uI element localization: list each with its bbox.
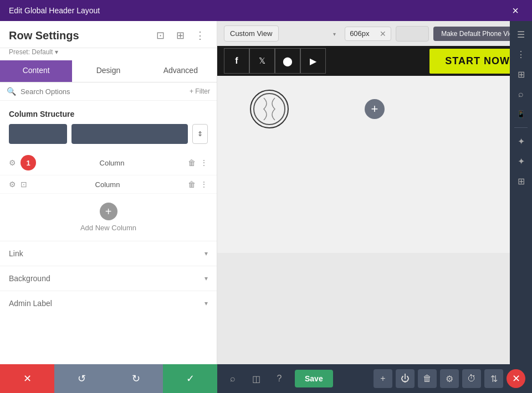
background-section-label: Background	[9, 274, 50, 283]
col-label-2: Column	[32, 180, 183, 189]
col-more-1[interactable]: ⋮	[200, 158, 208, 167]
sidebar-grid2-icon[interactable]: ⊞	[512, 172, 530, 190]
col-delete-2[interactable]: 🗑	[188, 180, 196, 189]
filter-button[interactable]: + Filter	[190, 87, 210, 95]
toolbar-add-button[interactable]: +	[374, 369, 392, 388]
tab-design[interactable]: Design	[72, 60, 144, 82]
twitter-icon[interactable]: 𝕏	[249, 48, 275, 74]
row-settings-title: Row Settings	[9, 29, 79, 42]
toolbar-history-button[interactable]: ⏱	[462, 369, 481, 388]
col-label-1: Column	[40, 159, 183, 167]
canvas-save-button[interactable]: Save	[295, 370, 333, 387]
col-copy-icon-2[interactable]: ⊡	[21, 180, 27, 189]
col-delete-1[interactable]: 🗑	[188, 158, 196, 167]
toolbar-help-icon[interactable]: ?	[270, 370, 288, 387]
left-panel: Row Settings ⊡ ⊞ ⋮ Preset: Default ▾ Con…	[0, 21, 217, 393]
background-section[interactable]: Background ▾	[0, 266, 217, 291]
px-extra-input	[396, 26, 429, 42]
modal-title: Edit Global Header Layout	[9, 6, 100, 15]
background-chevron-icon: ▾	[204, 275, 208, 282]
baseball-svg	[253, 92, 286, 126]
col-bar-1	[9, 124, 67, 144]
viewport-controls: Custom View Desktop Tablet Phone ▾ ✕ Mak…	[217, 21, 532, 46]
link-section-label: Link	[9, 249, 23, 258]
canvas-area: Custom View Desktop Tablet Phone ▾ ✕ Mak…	[217, 21, 532, 393]
add-column-button[interactable]: +	[100, 203, 117, 220]
sidebar-sparkle1-icon[interactable]: ✦	[512, 132, 530, 150]
add-column-label: Add New Column	[80, 224, 136, 232]
modal-close-button[interactable]: ×	[508, 3, 523, 18]
instagram-icon[interactable]: ⬤	[275, 48, 300, 74]
search-icon: 🔍	[7, 87, 16, 96]
panel-content: Column Structure ⇕ ⚙ 1 Column 🗑 ⋮ ⚙ ⊡ Co…	[0, 101, 217, 393]
viewport-select[interactable]: Custom View Desktop Tablet Phone	[224, 25, 279, 42]
undo-button[interactable]: ↺	[54, 364, 109, 393]
panel-header-icons: ⊡ ⊞ ⋮	[152, 28, 208, 43]
col-bar-2	[71, 124, 188, 144]
bottom-action-bar: ✕ ↺ ↻ ✓	[0, 364, 217, 393]
search-input[interactable]	[21, 87, 185, 96]
sidebar-grid-icon[interactable]: ⊞	[512, 65, 530, 83]
social-icons: f 𝕏 ⬤ ▶	[224, 48, 326, 74]
layout-icon-1[interactable]: ⊡	[152, 28, 168, 43]
panel-header: Row Settings ⊡ ⊞ ⋮	[0, 21, 217, 48]
sidebar-divider	[514, 127, 528, 128]
admin-label-section-label: Admin Label	[9, 299, 52, 308]
col-settings-icon-2[interactable]: ⚙	[9, 180, 16, 189]
canvas-toolbar-right: + ⏻ 🗑 ⚙ ⏱ ⇅ ✕	[374, 369, 525, 388]
sidebar-menu-icon[interactable]: ☰	[512, 25, 530, 43]
tab-advanced[interactable]: Advanced	[145, 60, 217, 82]
tab-content[interactable]: Content	[0, 60, 72, 82]
viewport-select-wrapper: Custom View Desktop Tablet Phone ▾	[224, 25, 340, 42]
svg-point-0	[254, 94, 285, 125]
col-actions-2: 🗑 ⋮	[188, 180, 208, 189]
canvas-header-bar: f 𝕏 ⬤ ▶ START NOW	[217, 46, 532, 76]
facebook-icon[interactable]: f	[224, 48, 249, 74]
link-section[interactable]: Link ▾	[0, 241, 217, 266]
toolbar-delete-button[interactable]: 🗑	[418, 369, 437, 388]
admin-label-section[interactable]: Admin Label ▾	[0, 291, 217, 316]
sidebar-search-icon[interactable]: ⌕	[512, 85, 530, 103]
sidebar-sparkle2-icon[interactable]: ✦	[512, 152, 530, 170]
col-actions-1: 🗑 ⋮	[188, 158, 208, 167]
px-clear-button[interactable]: ✕	[380, 29, 386, 38]
more-options-icon[interactable]: ⋮	[192, 28, 208, 43]
column-structure-row: ⇕	[0, 124, 217, 151]
canvas-empty-row: +	[217, 76, 532, 142]
baseball-icon	[250, 90, 289, 128]
add-column-area: + Add New Column	[0, 194, 217, 241]
toolbar-settings-button[interactable]: ⚙	[440, 369, 459, 388]
col-settings-icon-1[interactable]: ⚙	[9, 158, 16, 167]
canvas-extra-row	[217, 142, 532, 253]
canvas-content: f 𝕏 ⬤ ▶ START NOW +	[217, 46, 532, 393]
column-layout-arrow[interactable]: ⇕	[192, 124, 208, 144]
px-input[interactable]	[350, 29, 377, 38]
tabs-bar: Content Design Advanced	[0, 60, 217, 82]
toolbar-close-button[interactable]: ✕	[507, 369, 525, 388]
toolbar-power-button[interactable]: ⏻	[396, 369, 415, 388]
canvas-add-button[interactable]: +	[365, 99, 385, 119]
link-chevron-icon: ▾	[204, 250, 208, 257]
column-item-2: ⚙ ⊡ Column 🗑 ⋮	[0, 175, 217, 194]
cancel-button[interactable]: ✕	[0, 364, 54, 393]
select-chevron-icon: ▾	[333, 30, 336, 37]
search-bar: 🔍 + Filter	[0, 82, 217, 101]
toolbar-layers-icon[interactable]: ◫	[247, 370, 265, 387]
youtube-icon[interactable]: ▶	[300, 48, 326, 74]
canvas-toolbar-left: ⌕ ◫ ?	[224, 370, 288, 387]
layout-icon-2[interactable]: ⊞	[172, 28, 188, 43]
preset-label: Preset: Default ▾	[0, 48, 217, 60]
toolbar-search-icon[interactable]: ⌕	[224, 370, 242, 387]
col-more-2[interactable]: ⋮	[200, 180, 208, 189]
redo-button[interactable]: ↻	[109, 364, 163, 393]
save-check-button[interactable]: ✓	[163, 364, 217, 393]
right-sidebar: ☰ ⋮ ⊞ ⌕ 📱 ✦ ✦ ⊞	[510, 21, 532, 393]
canvas-bottom-toolbar: ⌕ ◫ ? Save + ⏻ 🗑 ⚙ ⏱ ⇅ ✕	[217, 364, 532, 393]
toolbar-settings2-button[interactable]: ⇅	[484, 369, 503, 388]
column-item-1: ⚙ 1 Column 🗑 ⋮	[0, 151, 217, 175]
sidebar-dots-icon[interactable]: ⋮	[512, 45, 530, 63]
modal-title-bar: Edit Global Header Layout ×	[0, 0, 532, 21]
sidebar-phone-icon[interactable]: 📱	[512, 105, 530, 123]
col-badge-1: 1	[21, 155, 36, 170]
px-input-wrapper: ✕	[345, 27, 391, 41]
